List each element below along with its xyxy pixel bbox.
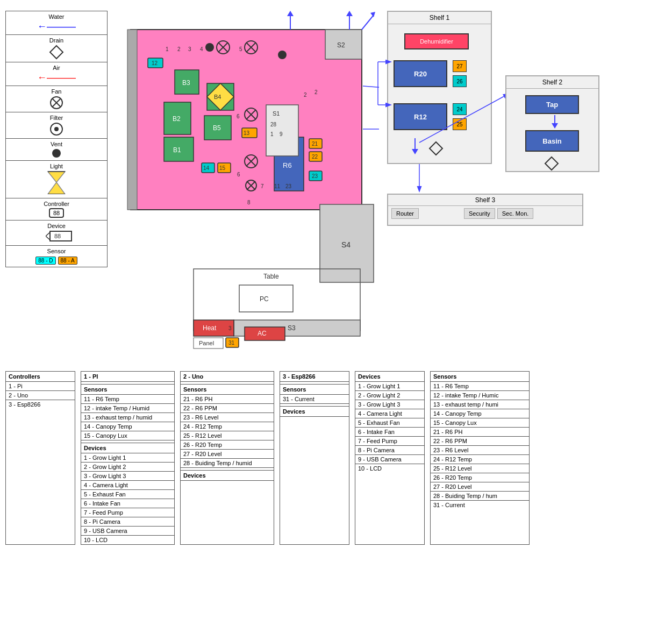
- svg-point-6: [52, 149, 61, 158]
- esp-devices-empty: [280, 417, 349, 426]
- sensors-header: Sensors: [431, 372, 529, 382]
- devices-header: Devices: [355, 372, 424, 382]
- sen-21: 21 - R6 PH: [431, 428, 529, 437]
- svg-line-103: [363, 86, 379, 97]
- legend-device-label: Device: [47, 223, 66, 229]
- light-icon: [47, 170, 66, 194]
- sen-23: 23 - R6 Level: [431, 446, 529, 455]
- dev-1: 1 - Grow Light 1: [355, 382, 424, 391]
- svg-text:2: 2: [177, 46, 181, 52]
- legend-light-label: Light: [50, 163, 63, 169]
- dev-3: 3 - Grow Light 3: [355, 400, 424, 409]
- legend-fan-label: Fan: [52, 88, 62, 95]
- air-arrow-icon: ←———: [37, 72, 76, 83]
- r12-box: R12: [394, 103, 447, 130]
- esp-sensors-header: Sensors: [280, 385, 349, 395]
- shelf1: Shelf 1 Dehumidifier R20 27 26 R12 24 25: [387, 11, 492, 164]
- svg-text:S2: S2: [337, 41, 345, 49]
- svg-text:B1: B1: [173, 146, 181, 154]
- sen-11: 11 - R6 Temp: [431, 382, 529, 391]
- esp-s31: 31 - Current: [280, 395, 349, 404]
- svg-marker-0: [50, 46, 63, 59]
- dev-6: 6 - Intake Fan: [355, 428, 424, 437]
- badge-25: 25: [453, 118, 467, 130]
- esp-devices-header: Devices: [280, 407, 349, 417]
- legend-box: Water ←——— Drain Air ←——— Fan Filter Ven…: [5, 11, 108, 267]
- esp-table: 3 - Esp8266 Sensors 31 - Current Devices: [280, 371, 349, 545]
- sen-27: 27 - R20 Level: [431, 482, 529, 492]
- water-arrow-icon: ←———: [37, 21, 76, 32]
- svg-text:15: 15: [219, 165, 226, 171]
- shelf2-title: Shelf 2: [506, 76, 598, 89]
- pi-d9: 9 - USB Camera: [81, 527, 174, 536]
- pi-sensors-header: Sensors: [81, 385, 174, 395]
- svg-marker-7: [48, 172, 65, 182]
- svg-text:B2: B2: [173, 115, 181, 123]
- svg-text:2: 2: [314, 89, 318, 95]
- controllers-pi: 1 - Pi: [6, 382, 75, 391]
- svg-text:28: 28: [270, 122, 277, 127]
- uno-devices-empty: [181, 481, 274, 490]
- svg-text:S1: S1: [273, 110, 280, 117]
- pi-d10: 10 - LCD: [81, 536, 174, 544]
- controllers-table: Controllers 1 - Pi 2 - Uno 3 - Esp8266: [5, 371, 75, 545]
- uno-s25: 25 - R12 Level: [181, 431, 274, 440]
- svg-text:B5: B5: [213, 124, 221, 132]
- pi-s11: 11 - R6 Temp: [81, 395, 174, 404]
- controllers-uno: 2 - Uno: [6, 391, 75, 400]
- svg-text:7: 7: [261, 183, 264, 189]
- svg-text:Heat: Heat: [203, 324, 217, 332]
- svg-text:Panel: Panel: [199, 340, 214, 346]
- esp-header: 3 - Esp8266: [280, 372, 349, 382]
- shelf3-title: Shelf 3: [388, 195, 582, 206]
- pi-d4: 4 - Camera Light: [81, 481, 174, 490]
- pi-d5: 5 - Exhaust Fan: [81, 490, 174, 499]
- drain-diamond-shelf1: [428, 141, 444, 156]
- uno-table: 2 - Uno Sensors 21 - R6 PH 22 - R6 PPM 2…: [180, 371, 274, 545]
- controller-icon: 88: [49, 208, 64, 218]
- svg-text:6: 6: [237, 113, 240, 119]
- sensors-table: Sensors 11 - R6 Temp 12 - intake Temp / …: [430, 371, 530, 545]
- dehumidifier-box: Dehumidifier: [404, 33, 469, 49]
- main-diagram: S2 12 B3 B2 B4 B5 B1 R6 1 2: [116, 11, 379, 355]
- r20-box: R20: [394, 60, 447, 87]
- svg-text:9: 9: [280, 131, 283, 137]
- uno-sensors-header: Sensors: [181, 385, 274, 395]
- pi-d3: 3 - Grow Light 3: [81, 472, 174, 481]
- svg-marker-107: [430, 142, 442, 155]
- dev-2: 2 - Grow Light 2: [355, 391, 424, 400]
- svg-text:3: 3: [228, 325, 232, 331]
- svg-text:13: 13: [244, 130, 250, 136]
- svg-text:3: 3: [188, 46, 191, 52]
- security-box: Security: [464, 208, 495, 219]
- fan-icon: [49, 96, 63, 110]
- drain-diamond-shelf2: [544, 156, 559, 171]
- svg-marker-8: [48, 182, 65, 194]
- router-box: Router: [391, 208, 419, 219]
- pi-d2: 2 - Grow Light 2: [81, 463, 174, 472]
- dev-10: 10 - LCD: [355, 464, 424, 473]
- svg-text:23: 23: [285, 183, 292, 189]
- svg-text:88: 88: [54, 233, 61, 239]
- legend-sensor-label: Sensor: [47, 248, 66, 254]
- legend-water-label: Water: [49, 13, 65, 20]
- uno-s22: 22 - R6 PPM: [181, 404, 274, 413]
- pi-devices-header: Devices: [81, 443, 174, 453]
- svg-text:1: 1: [270, 131, 274, 137]
- pi-s15: 15 - Canopy Lux: [81, 431, 174, 440]
- svg-text:Table: Table: [263, 273, 279, 280]
- svg-text:23: 23: [312, 173, 318, 179]
- basin-box: Basin: [525, 130, 579, 152]
- sen-26: 26 - R20 Temp: [431, 473, 529, 482]
- sensor-d-icon: 88 - D: [35, 257, 55, 265]
- svg-point-41: [205, 43, 214, 52]
- svg-point-5: [54, 127, 59, 131]
- legend-controller-label: Controller: [44, 201, 69, 207]
- svg-marker-19: [346, 11, 353, 16]
- controllers-esp: 3 - Esp8266: [6, 400, 75, 409]
- sensor-a-icon: 88 - A: [58, 257, 77, 265]
- shelf2: Shelf 2 Tap Basin: [505, 75, 599, 172]
- svg-point-49: [278, 51, 287, 59]
- svg-marker-115: [545, 157, 558, 170]
- badge-26: 26: [453, 75, 467, 87]
